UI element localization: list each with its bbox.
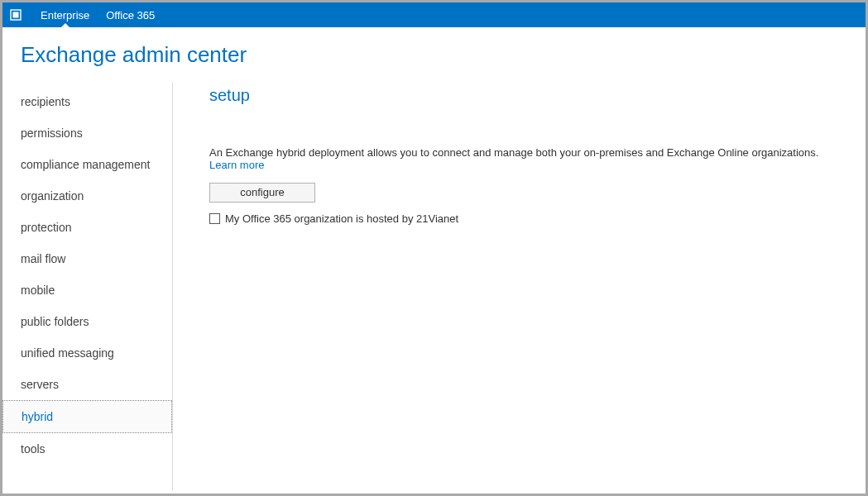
sidebar-item-mobile[interactable]: mobile xyxy=(2,274,172,306)
top-tab-enterprise[interactable]: Enterprise xyxy=(32,2,98,27)
tab-label: Enterprise xyxy=(41,9,89,21)
svg-rect-1 xyxy=(13,12,19,18)
vianet-checkbox[interactable] xyxy=(209,213,220,224)
page-title: Exchange admin center xyxy=(2,27,866,83)
sidebar-item-servers[interactable]: servers xyxy=(2,369,172,400)
top-tabs: Enterprise Office 365 xyxy=(32,2,163,27)
sidebar-item-tools[interactable]: tools xyxy=(2,433,172,465)
sidebar-item-unified-messaging[interactable]: unified messaging xyxy=(2,337,172,369)
top-tab-office365[interactable]: Office 365 xyxy=(98,2,163,27)
sidebar-item-protection[interactable]: protection xyxy=(2,212,172,243)
sidebar-item-organization[interactable]: organization xyxy=(2,180,172,212)
top-bar: Enterprise Office 365 xyxy=(2,2,866,27)
sidebar-item-compliance-management[interactable]: compliance management xyxy=(2,149,172,180)
sidebar-item-recipients[interactable]: recipients xyxy=(2,86,172,117)
sidebar: recipients permissions compliance manage… xyxy=(2,83,172,491)
sidebar-item-public-folders[interactable]: public folders xyxy=(2,306,172,337)
sidebar-item-permissions[interactable]: permissions xyxy=(2,117,172,149)
sidebar-item-hybrid[interactable]: hybrid xyxy=(2,400,172,433)
hybrid-description: An Exchange hybrid deployment allows you… xyxy=(209,146,846,171)
description-text: An Exchange hybrid deployment allows you… xyxy=(209,146,818,159)
sidebar-item-mail-flow[interactable]: mail flow xyxy=(2,243,172,274)
office-logo-icon xyxy=(9,8,22,21)
vianet-checkbox-row: My Office 365 organization is hosted by … xyxy=(209,212,846,225)
vianet-checkbox-label: My Office 365 organization is hosted by … xyxy=(225,212,458,225)
tab-label: Office 365 xyxy=(106,9,155,21)
main-content: setup An Exchange hybrid deployment allo… xyxy=(173,83,866,491)
section-heading: setup xyxy=(209,86,846,105)
configure-button[interactable]: configure xyxy=(209,183,315,203)
learn-more-link[interactable]: Learn more xyxy=(209,159,264,171)
